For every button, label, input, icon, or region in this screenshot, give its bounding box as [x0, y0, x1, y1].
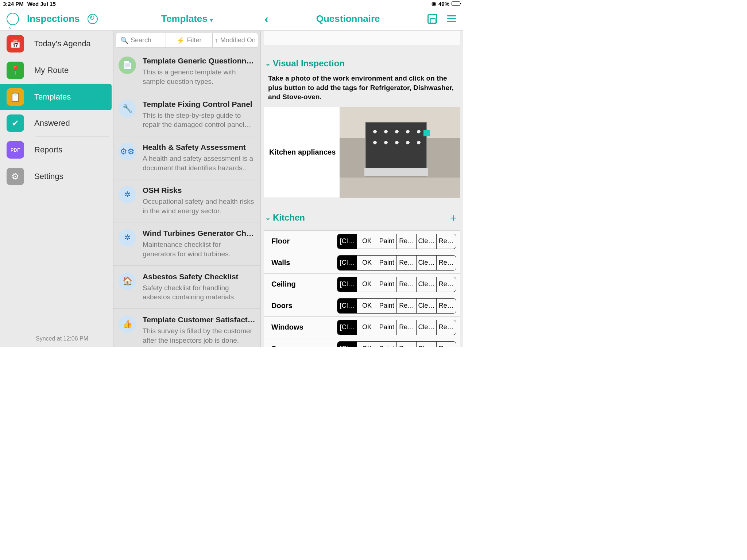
segment-option[interactable]: Re… [396, 277, 416, 292]
sync-status: Synced at 12:06 PM [0, 330, 113, 347]
segment-option[interactable]: Re… [436, 256, 456, 270]
segment-option[interactable]: Paint [377, 299, 396, 313]
segmented-control[interactable]: [Cl…OKPaintRe…Cle…Re… [337, 298, 456, 314]
segment-option[interactable]: Cle… [416, 299, 436, 313]
segment-option[interactable]: Cle… [416, 342, 436, 347]
back-button[interactable]: ‹ [264, 12, 268, 26]
template-title: Template Fixing Control Panel [143, 100, 255, 109]
photo-row[interactable]: Kitchen appliances [264, 107, 460, 198]
kitchen-row-label: Doors [271, 302, 337, 310]
segmented-control[interactable]: [Cl…OKPaintRe…Cle…Re… [337, 234, 456, 249]
app-header: Inspections Templates ▾ ‹ Questionnaire [0, 7, 463, 31]
segment-option[interactable]: Re… [396, 342, 416, 347]
segment-option[interactable]: Cle… [416, 320, 436, 335]
segment-option[interactable]: OK [357, 277, 376, 292]
template-item[interactable]: ✲Wind Turbines Generator Chec…Maintenanc… [113, 222, 260, 265]
sidebar-item-answered[interactable]: ✔Answered [0, 110, 113, 136]
status-bar: 3:24 PM Wed Jul 15 ◉ 49% [0, 0, 463, 7]
agenda-icon: 📅 [7, 35, 24, 52]
template-icon: ✲ [119, 229, 136, 246]
segment-option[interactable]: OK [357, 256, 376, 270]
segment-option[interactable]: [Cl… [337, 256, 357, 270]
template-item[interactable]: 🔧Template Fixing Control PanelThis is th… [113, 93, 260, 136]
section-visual-inspection[interactable]: ⌄Visual Inspection [261, 56, 463, 74]
segment-option[interactable]: Paint [377, 277, 396, 292]
segment-option[interactable]: Cle… [416, 256, 436, 270]
template-item[interactable]: ⚙⚙Health & Safety AssessmentA health and… [113, 136, 260, 179]
tag-badge-icon [423, 130, 430, 136]
segment-option[interactable]: OK [357, 299, 376, 313]
segment-option[interactable]: [Cl… [337, 320, 357, 335]
segment-option[interactable]: Re… [396, 256, 416, 270]
template-title: Template Generic Questionnaire [143, 57, 255, 65]
template-icon: 🏠 [119, 272, 136, 290]
segmented-control[interactable]: [Cl…OKPaintRe…Cle…Re… [337, 320, 456, 335]
kitchen-row-label: Windows [271, 323, 337, 331]
kitchen-row-label: Screens [271, 345, 337, 347]
kitchen-row: Walls[Cl…OKPaintRe…Cle…Re… [264, 252, 460, 273]
segment-option[interactable]: Cle… [416, 277, 436, 292]
segment-option[interactable]: Re… [396, 320, 416, 335]
template-item[interactable]: ✲OSH RisksOccupational safety and health… [113, 179, 260, 222]
templates-title[interactable]: Templates ▾ [161, 13, 213, 24]
kitchen-row-label: Ceiling [271, 280, 337, 288]
section-kitchen[interactable]: ⌄Kitchen＋ [261, 208, 463, 230]
sidebar-item-my-route[interactable]: 📍My Route [0, 57, 113, 83]
sort-button[interactable]: ↑ Modified On [212, 33, 258, 48]
menu-icon[interactable] [447, 15, 456, 22]
add-button[interactable]: ＋ [448, 210, 459, 225]
answered-icon: ✔ [7, 114, 24, 132]
inspections-title: Inspections [27, 13, 80, 24]
segment-option[interactable]: Re… [396, 299, 416, 313]
settings-icon: ⚙ [7, 168, 24, 185]
templates-icon: 📋 [7, 88, 24, 106]
segment-option[interactable]: Paint [377, 320, 396, 335]
search-input[interactable]: 🔍 Search [116, 33, 166, 48]
segment-option[interactable]: Re… [436, 320, 456, 335]
segment-option[interactable]: Paint [377, 342, 396, 347]
kitchen-row: Windows[Cl…OKPaintRe…Cle…Re… [264, 316, 460, 338]
segment-option[interactable]: OK [357, 320, 376, 335]
template-title: Asbestos Safety Checklist [143, 272, 255, 281]
segment-option[interactable]: Re… [436, 299, 456, 313]
wifi-icon: ◉ [431, 0, 436, 7]
segment-option[interactable]: Re… [436, 277, 456, 292]
segmented-control[interactable]: [Cl…OKPaintRe…Cle…Re… [337, 341, 456, 347]
segment-option[interactable]: [Cl… [337, 234, 357, 249]
photo-thumbnail[interactable] [340, 107, 460, 198]
segment-option[interactable]: [Cl… [337, 277, 357, 292]
segmented-control[interactable]: [Cl…OKPaintRe…Cle…Re… [337, 277, 456, 292]
instruction-text: Take a photo of the work environment and… [261, 74, 463, 107]
segment-option[interactable]: OK [357, 342, 376, 347]
sync-icon[interactable] [88, 14, 98, 24]
battery-pct: 49% [438, 1, 449, 7]
template-item[interactable]: 📄Template Generic QuestionnaireThis is a… [113, 50, 260, 93]
segmented-control[interactable]: [Cl…OKPaintRe…Cle…Re… [337, 255, 456, 271]
segment-option[interactable]: Re… [436, 234, 456, 249]
template-subtitle: This is the step-by-step guide to repair… [143, 111, 255, 129]
questionnaire-panel: ⌄Visual Inspection Take a photo of the w… [261, 31, 463, 347]
segment-option[interactable]: [Cl… [337, 299, 357, 313]
segment-option[interactable]: OK [357, 234, 376, 249]
sidebar-item-today-s-agenda[interactable]: 📅Today's Agenda [0, 31, 113, 57]
segment-option[interactable]: Paint [377, 256, 396, 270]
template-item[interactable]: 🏠Asbestos Safety ChecklistSafety checkli… [113, 266, 260, 309]
kitchen-row-label: Walls [271, 258, 337, 267]
chevron-down-icon: ⌄ [265, 59, 271, 67]
segment-option[interactable]: Re… [436, 342, 456, 347]
segment-option[interactable]: Cle… [416, 234, 436, 249]
sidebar-item-settings[interactable]: ⚙Settings [0, 163, 113, 190]
kitchen-row: Screens[Cl…OKPaintRe…Cle…Re… [264, 338, 460, 347]
sidebar-item-templates[interactable]: 📋Templates [0, 84, 112, 110]
segment-option[interactable]: Re… [396, 234, 416, 249]
sidebar-item-label: Templates [34, 92, 71, 102]
save-icon[interactable] [427, 14, 437, 24]
status-time: 3:24 PM [3, 1, 24, 7]
template-item[interactable]: 👍Template Customer Satisfactio…This surv… [113, 309, 260, 347]
segment-option[interactable]: [Cl… [337, 342, 357, 347]
filter-button[interactable]: ⚡ Filter [166, 33, 212, 48]
app-logo-icon[interactable] [7, 13, 19, 25]
route-icon: 📍 [7, 62, 24, 79]
segment-option[interactable]: Paint [377, 234, 396, 249]
sidebar-item-reports[interactable]: PDFReports [0, 137, 113, 163]
